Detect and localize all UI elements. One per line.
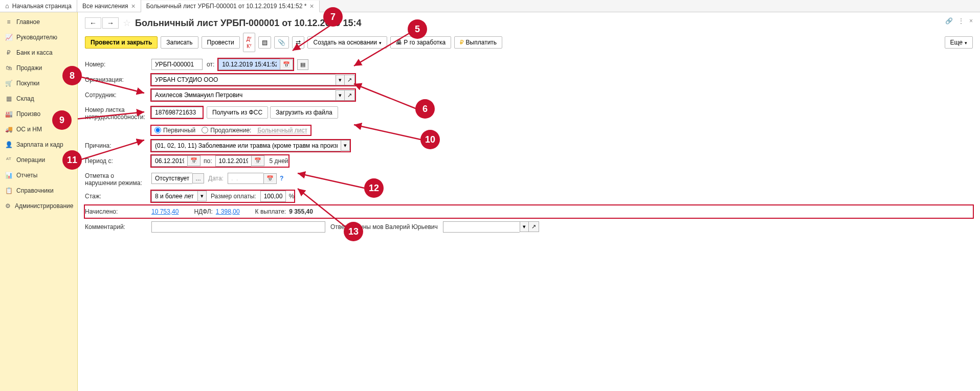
period-label: Период с: — [85, 157, 151, 165]
tab-home[interactable]: ⌂ Начальная страница — [0, 0, 77, 12]
doc-button[interactable]: ▤ — [258, 36, 271, 49]
dropdown-button[interactable]: ▾ — [336, 90, 344, 101]
sidebar-item-warehouse[interactable]: ▦Склад — [0, 91, 77, 106]
get-fss-button[interactable]: Получить из ФСС — [207, 106, 268, 119]
star-icon[interactable]: ☆ — [123, 17, 131, 29]
calendar-icon: 📅 — [266, 175, 274, 181]
write-button[interactable]: Записать — [161, 36, 198, 49]
date-field[interactable] — [218, 59, 280, 70]
pay-size-field[interactable] — [260, 191, 286, 202]
sidebar-item-label: Покупки — [16, 80, 39, 87]
tab-doc[interactable]: Больничный лист УРБП-000001 от 10.12.201… — [141, 1, 320, 12]
reason-label: Причина: — [85, 142, 151, 149]
factory-icon: 🏭 — [5, 110, 12, 118]
org-field[interactable] — [151, 74, 336, 85]
post-close-button[interactable]: Провести и закрыть — [85, 36, 158, 49]
calendar-button[interactable]: 📅 — [263, 173, 277, 184]
dropdown-button[interactable]: ▾ — [336, 75, 344, 85]
sidebar-item-payroll[interactable]: 👤Зарплата и кадр — [0, 137, 77, 152]
open-button[interactable]: ↗ — [528, 221, 539, 232]
dtkt-button[interactable]: ДᵀКᵀ — [243, 33, 256, 52]
ndfl-value[interactable]: 1 398,00 — [216, 208, 240, 215]
close-icon[interactable]: × — [969, 17, 973, 25]
chevron-down-icon: ▾ — [339, 77, 342, 83]
responsible-field[interactable] — [443, 221, 520, 233]
reason-field[interactable] — [151, 140, 341, 151]
calendar-icon: 📅 — [190, 157, 197, 164]
sidebar-item-label: ОС и НМ — [16, 126, 42, 133]
more-button[interactable]: Еще▾ — [945, 36, 973, 49]
close-icon[interactable]: × — [309, 3, 314, 10]
link-icon[interactable]: 🔗 — [945, 17, 953, 25]
close-icon[interactable]: × — [131, 3, 135, 10]
more-icon[interactable]: ⋮ — [958, 17, 964, 25]
violation-date-label: Дата: — [208, 175, 224, 182]
calendar-button[interactable]: 📅 — [251, 155, 264, 166]
sidebar-item-reports[interactable]: 📊Отчеты — [0, 168, 77, 183]
main-content: 🔗 ⋮ × ← → ☆ Больничный лист УРБП-000001 … — [78, 12, 980, 391]
select-button[interactable]: … — [192, 173, 204, 183]
forward-button[interactable]: → — [102, 17, 119, 29]
post-button[interactable]: Провести — [202, 36, 240, 49]
link-button[interactable]: ⇄ — [292, 36, 304, 49]
open-button[interactable]: ↗ — [344, 75, 355, 85]
chevron-down-icon: ▾ — [965, 40, 967, 45]
sidebar-item-admin[interactable]: ⚙Администрирование — [0, 198, 77, 214]
gear-icon: ⚙ — [5, 202, 11, 210]
chart-icon: 📈 — [5, 34, 12, 41]
emp-field[interactable] — [151, 89, 336, 101]
annotation-7: 7 — [323, 7, 343, 27]
menu-icon: ≡ — [5, 18, 12, 26]
doc-icon: ▤ — [300, 61, 305, 67]
annotation-5: 5 — [408, 19, 427, 39]
sidebar-item-label: Произво — [16, 110, 40, 118]
annotation-8: 8 — [62, 66, 82, 85]
sidebar-item-manager[interactable]: 📈Руководителю — [0, 30, 77, 45]
back-button[interactable]: ← — [85, 17, 101, 29]
sidebar-item-bank[interactable]: ₽Банк и касса — [0, 45, 77, 60]
load-file-button[interactable]: Загрузить из файла — [270, 106, 338, 119]
dropdown-button[interactable]: ▾ — [520, 221, 528, 232]
primary-radio[interactable]: Первичный — [154, 127, 195, 134]
attach-button[interactable]: 📎 — [274, 36, 289, 49]
clip-icon: 📎 — [278, 39, 285, 46]
seniority-field[interactable] — [151, 191, 197, 202]
continuation-radio[interactable]: Продолжение: — [202, 127, 251, 134]
comment-field[interactable] — [151, 221, 325, 233]
doc-icon: ▤ — [262, 39, 268, 46]
open-icon: ↗ — [347, 92, 352, 98]
calendar-button[interactable]: 📅 — [187, 155, 201, 166]
chevron-down-icon: ▾ — [201, 193, 204, 199]
number-label: Номер: — [85, 61, 151, 68]
accrued-label: Начислено: — [85, 208, 151, 215]
help-icon[interactable]: ? — [280, 175, 283, 182]
dropdown-button[interactable]: ▾ — [197, 191, 207, 201]
open-button[interactable]: ↗ — [344, 90, 355, 101]
period-from-field[interactable] — [151, 155, 187, 167]
sidebar-item-main[interactable]: ≡Главное — [0, 14, 77, 30]
pay-button[interactable]: ₽ Выплатить — [454, 36, 502, 49]
create-based-button[interactable]: Создать на основании▾ — [307, 36, 387, 49]
sick-link[interactable]: Больничный лист — [257, 127, 307, 134]
sidebar-item-dictionaries[interactable]: 📋Справочники — [0, 183, 77, 198]
org-label: Организация: — [85, 76, 151, 83]
sidebar-item-label: Банк и касса — [16, 49, 53, 56]
calendar-button[interactable]: 📅 — [280, 59, 293, 70]
violation-date-field[interactable] — [228, 173, 263, 184]
calendar-icon: 📅 — [254, 157, 261, 164]
period-to-field[interactable] — [215, 155, 251, 167]
violation-field[interactable] — [151, 173, 192, 184]
tab-bar: ⌂ Начальная страница Все начисления × Бо… — [0, 0, 980, 12]
number-field[interactable] — [151, 59, 203, 70]
pct-label: % — [289, 193, 295, 200]
sheet-num-field[interactable] — [151, 107, 203, 118]
to-pay-value: 9 355,40 — [289, 208, 313, 215]
doc-link-button[interactable]: ▤ — [297, 59, 308, 70]
open-icon: ↗ — [531, 223, 536, 229]
tab-all[interactable]: Все начисления × — [77, 0, 141, 12]
bars-icon: 📊 — [5, 172, 12, 179]
pay-size-label: Размер оплаты: — [211, 193, 256, 200]
dropdown-button[interactable]: ▾ — [341, 140, 350, 151]
accrued-value[interactable]: 10 753,40 — [151, 208, 179, 215]
annotation-9: 9 — [52, 110, 72, 130]
